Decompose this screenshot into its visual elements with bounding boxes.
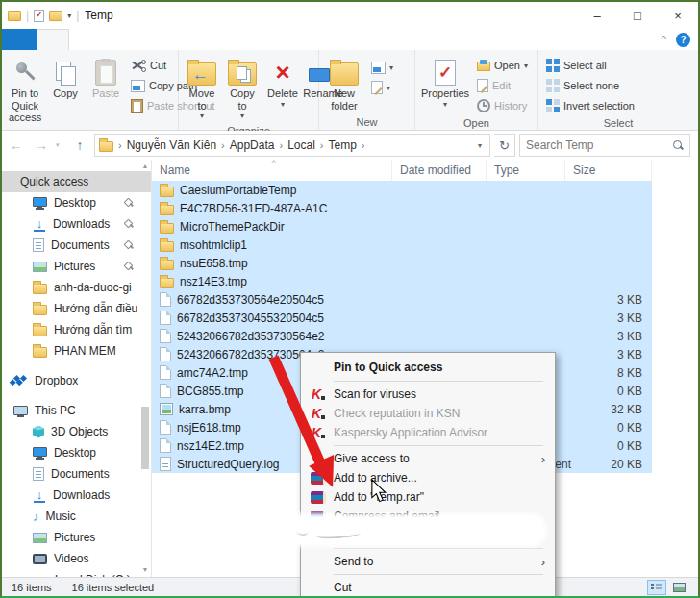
close-button[interactable]: × xyxy=(658,2,698,29)
tab-view[interactable] xyxy=(100,29,131,50)
column-header-date-modified[interactable]: Date modified xyxy=(392,160,487,181)
sidebar-item-3d-objects[interactable]: 3D Objects xyxy=(2,421,151,442)
crumb-appdata[interactable]: AppData xyxy=(226,138,279,152)
sidebar-item-documents[interactable]: Documents xyxy=(2,235,151,256)
sidebar-item-h-ng-d-n-i-u[interactable]: Hướng dẫn điều xyxy=(2,298,151,319)
search-icon[interactable] xyxy=(673,140,684,151)
tab-file[interactable] xyxy=(2,29,37,50)
sidebar-item-dropbox[interactable]: Dropbox xyxy=(2,370,151,391)
menu-separator xyxy=(334,548,543,549)
paste-button[interactable]: Paste xyxy=(87,54,125,103)
copy-button[interactable]: Copy xyxy=(46,54,85,103)
menu-item-add-to-archive[interactable]: Add to archive... xyxy=(303,468,553,487)
refresh-icon[interactable]: ↻ xyxy=(494,134,515,157)
edit-button[interactable]: Edit xyxy=(473,76,532,95)
sidebar-item-anh-da-duoc-gi[interactable]: anh-da-duoc-gi xyxy=(2,277,151,298)
new-folder-button[interactable]: New folder xyxy=(323,54,365,114)
sidebar-item-h-ng-d-n-t-m[interactable]: Hướng dẫn tìm xyxy=(2,319,151,340)
pin-icon xyxy=(124,262,134,271)
app-icon xyxy=(8,11,21,21)
group-label-new: New xyxy=(323,114,411,131)
back-icon[interactable]: ← xyxy=(6,135,27,156)
file-row-e4c7bd56-31ed-487a-a1c[interactable]: E4C7BD56-31ED-487A-A1C xyxy=(152,199,652,217)
column-header-name[interactable]: Name ^ xyxy=(152,160,392,181)
menu-item-add-to-temp-rar[interactable]: Add to "Temp.rar" xyxy=(303,487,553,507)
file-row-nsz14e3-tmp[interactable]: nsz14E3.tmp xyxy=(152,272,652,290)
file-row-msohtmlclip1[interactable]: msohtmlclip1 xyxy=(152,236,652,254)
sidebar-item-local-disk-c[interactable]: Local Disk (C:) xyxy=(2,569,151,577)
file-row-microthemepackdir[interactable]: MicroThemePackDir xyxy=(152,217,652,236)
crumb-local[interactable]: Local xyxy=(284,138,319,152)
sidebar-item-downloads[interactable]: ↓ Downloads xyxy=(2,485,151,506)
file-row-66782d353730564e20504c5[interactable]: 66782d353730564e20504c5 3 KB xyxy=(152,290,652,309)
sidebar-item-desktop[interactable]: Desktop xyxy=(2,192,151,213)
open-button[interactable]: Open ▾ xyxy=(473,56,532,75)
select-all-button[interactable]: Select all xyxy=(542,56,638,75)
folder-icon xyxy=(33,326,47,336)
submenu-arrow-icon: › xyxy=(541,452,545,466)
sidebar-item-downloads[interactable]: ↓ Downloads xyxy=(2,213,151,235)
pin-to-quick-access-button[interactable]: Pin to Quick access xyxy=(6,54,44,127)
invert-selection-button[interactable]: Invert selection xyxy=(542,96,638,115)
tab-share[interactable] xyxy=(69,29,100,50)
column-header-type[interactable]: Type xyxy=(487,160,565,181)
qat-properties-icon[interactable] xyxy=(34,10,44,22)
crumb-nguy-n-v-n-ki-n[interactable]: Nguyễn Văn Kiên xyxy=(123,138,220,152)
menu-item-kaspersky-application-advisor[interactable]: Kaspersky Application Advisor xyxy=(303,423,553,442)
easy-access-button[interactable]: ▾ xyxy=(367,78,397,97)
menu-item-pin-to-quick-access[interactable]: Pin to Quick access xyxy=(303,357,553,378)
crumb-temp[interactable]: Temp xyxy=(324,138,360,152)
select-none-button[interactable]: Select none xyxy=(542,76,638,95)
sidebar-item-pictures[interactable]: Pictures xyxy=(2,527,151,548)
sidebar-item-this-pc[interactable]: This PC xyxy=(2,400,151,421)
search-input[interactable] xyxy=(526,138,673,152)
main-area: Quick access Desktop ↓ Downloads Documen… xyxy=(2,160,698,577)
explorer-window: | ▾ | Temp – □ × ^ ? Pin to Quick ac xyxy=(0,0,700,598)
scrollbar-thumb[interactable] xyxy=(141,407,149,469)
pic-icon xyxy=(33,262,47,272)
address-dropdown-icon[interactable]: ▾ xyxy=(474,141,486,150)
help-icon[interactable]: ? xyxy=(676,33,690,47)
recent-locations-icon[interactable]: ▾ xyxy=(56,141,65,149)
up-icon[interactable]: ↑ xyxy=(69,135,90,156)
menu-item-send-to[interactable]: Send to › xyxy=(303,552,553,571)
sidebar-item-videos[interactable]: Videos xyxy=(2,548,151,569)
new-item-button[interactable]: ▾ xyxy=(367,58,397,77)
menu-item-give-access-to[interactable]: Give access to › xyxy=(303,449,553,468)
file-row-66782d353730455320504c5[interactable]: 66782d353730455320504c5 3 KB xyxy=(152,309,652,327)
sidebar-item-documents[interactable]: Documents xyxy=(2,463,151,485)
forward-icon[interactable]: → xyxy=(31,135,52,156)
sidebar-item-quick-access[interactable]: Quick access xyxy=(2,171,151,192)
sidebar-item-phan-mem[interactable]: PHAN MEM xyxy=(2,340,151,361)
properties-button[interactable]: Properties▾ xyxy=(419,54,471,112)
move-to-button[interactable]: Move to▾ xyxy=(183,54,221,123)
breadcrumb[interactable]: › Nguyễn Văn Kiên›AppData›Local›Temp› ▾ xyxy=(94,134,490,157)
thumbnails-view-button[interactable] xyxy=(669,580,688,595)
file-row-caesiumportabletemp[interactable]: CaesiumPortableTemp xyxy=(152,181,652,199)
qat-dropdown-icon[interactable]: ▾ xyxy=(67,12,71,20)
menu-item-cut[interactable]: Cut xyxy=(303,578,553,597)
file-row-52432066782d353730564e2[interactable]: 52432066782d353730564e2 3 KB xyxy=(152,327,652,345)
collapse-ribbon-icon[interactable]: ^ xyxy=(662,34,666,45)
sidebar-scrollbar[interactable]: ▲ ▼ xyxy=(140,162,150,575)
minimize-button[interactable]: – xyxy=(577,2,617,29)
sidebar-item-pictures[interactable]: Pictures xyxy=(2,256,151,277)
delete-button[interactable]: × Delete▾ xyxy=(263,54,302,112)
sidebar-item-desktop[interactable]: Desktop xyxy=(2,442,151,463)
sidebar-items: Quick access Desktop ↓ Downloads Documen… xyxy=(2,171,151,577)
tab-home[interactable] xyxy=(37,29,69,50)
scroll-up-icon[interactable]: ▲ xyxy=(140,162,150,171)
folder-icon xyxy=(160,223,174,234)
menu-item-scan-for-viruses[interactable]: Scan for viruses xyxy=(303,385,553,404)
maximize-button[interactable]: □ xyxy=(617,2,658,29)
sidebar-item-music[interactable]: ♪ Music xyxy=(2,506,151,527)
history-icon xyxy=(477,99,490,112)
details-view-button[interactable] xyxy=(647,580,666,595)
qat-newfolder-icon[interactable] xyxy=(49,11,62,21)
menu-item-check-reputation-in-ksn[interactable]: Check reputation in KSN xyxy=(303,404,553,423)
scroll-down-icon[interactable]: ▼ xyxy=(140,565,150,575)
file-row-nsue658-tmp[interactable]: nsuE658.tmp xyxy=(152,254,652,272)
column-header-size[interactable]: Size xyxy=(565,160,652,181)
history-button[interactable]: History xyxy=(473,96,532,115)
copy-to-button[interactable]: Copy to▾ xyxy=(223,54,262,123)
